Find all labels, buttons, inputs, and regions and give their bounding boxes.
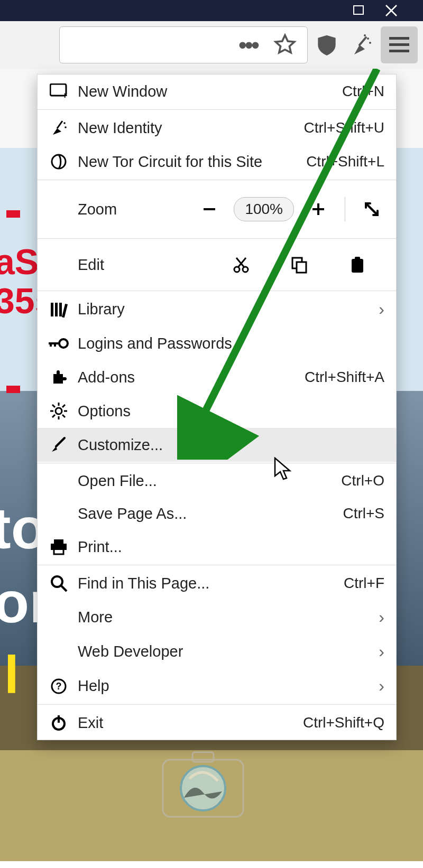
svg-line-35 [62, 415, 65, 417]
menu-label: Web Developer [78, 643, 374, 660]
zoom-out-button[interactable] [195, 194, 224, 224]
svg-point-25 [59, 339, 68, 348]
svg-point-1 [367, 38, 369, 40]
shield-icon[interactable] [311, 29, 343, 61]
fullscreen-button[interactable] [357, 194, 387, 224]
paintbrush-icon [47, 435, 70, 454]
help-icon: ? [47, 677, 70, 696]
svg-rect-4 [389, 37, 409, 40]
paste-button[interactable] [328, 256, 387, 274]
menu-edit-row: Edit [38, 240, 396, 290]
menu-label: Find in This Page... [78, 575, 344, 592]
bookmark-star-icon[interactable] [273, 33, 297, 57]
menu-customize[interactable]: Customize... [38, 428, 396, 462]
menu-print[interactable]: Print... [38, 530, 396, 564]
copy-button[interactable] [270, 256, 328, 274]
svg-point-11 [52, 155, 66, 169]
menu-library[interactable]: Library › [38, 292, 396, 326]
svg-point-10 [65, 126, 67, 128]
menu-exit[interactable]: Exit Ctrl+Shift+Q [38, 706, 396, 740]
menu-open-file[interactable]: Open File... Ctrl+O [38, 464, 396, 497]
chevron-right-icon: › [374, 676, 384, 696]
menu-more[interactable]: More › [38, 600, 396, 634]
svg-line-42 [61, 586, 67, 591]
url-bar[interactable]: ••• [59, 26, 308, 63]
menu-addons[interactable]: Add-ons Ctrl+Shift+A [38, 360, 396, 394]
menu-find-in-page[interactable]: Find in This Page... Ctrl+F [38, 566, 396, 600]
svg-rect-18 [297, 262, 306, 273]
svg-rect-20 [355, 257, 360, 261]
menu-label: More [78, 609, 374, 626]
svg-rect-21 [51, 303, 53, 316]
search-icon [47, 574, 70, 593]
menu-label: Options [78, 403, 384, 420]
menu-save-page-as[interactable]: Save Page As... Ctrl+S [38, 497, 396, 530]
menu-logins-passwords[interactable]: Logins and Passwords [38, 326, 396, 360]
menu-label: Exit [78, 714, 303, 732]
menu-help[interactable]: ? Help › [38, 669, 396, 703]
menu-label: Library [78, 301, 374, 318]
svg-rect-38 [54, 539, 63, 544]
svg-point-41 [52, 576, 62, 587]
svg-rect-14 [317, 203, 319, 215]
hamburger-menu-button[interactable] [381, 26, 418, 63]
edit-label: Edit [78, 256, 212, 274]
svg-line-37 [52, 415, 55, 417]
svg-text:?: ? [56, 681, 62, 692]
svg-rect-22 [55, 303, 58, 316]
new-identity-broom-icon[interactable] [346, 29, 378, 61]
svg-point-9 [63, 122, 66, 124]
menu-label: Help [78, 677, 374, 695]
menu-label: New Window [78, 83, 342, 100]
gear-icon [47, 402, 70, 421]
svg-point-29 [56, 408, 62, 414]
tor-circuit-icon [47, 152, 70, 171]
menu-label: New Tor Circuit for this Site [78, 153, 306, 171]
menu-new-tor-circuit[interactable]: New Tor Circuit for this Site Ctrl+Shift… [38, 145, 396, 179]
svg-rect-23 [59, 303, 62, 316]
svg-point-2 [369, 42, 371, 44]
page-actions-icon[interactable]: ••• [238, 33, 258, 57]
cursor-icon [274, 457, 293, 481]
zoom-value[interactable]: 100% [234, 197, 294, 221]
chevron-right-icon: › [374, 642, 384, 661]
close-button[interactable] [375, 0, 407, 21]
chevron-right-icon: › [374, 608, 384, 627]
key-icon [47, 334, 70, 353]
menu-label: Open File... [78, 472, 341, 490]
svg-rect-24 [62, 303, 68, 317]
menu-shortcut: Ctrl+N [342, 83, 384, 100]
puzzle-icon [47, 368, 70, 387]
svg-rect-28 [54, 342, 56, 347]
svg-rect-46 [58, 715, 60, 723]
menu-label: Logins and Passwords [78, 335, 384, 352]
bg-text-red1: aS [0, 241, 39, 282]
svg-rect-12 [204, 208, 215, 210]
menu-label: Print... [78, 538, 384, 556]
menu-new-identity[interactable]: New Identity Ctrl+Shift+U [38, 111, 396, 145]
printer-icon [47, 537, 70, 556]
chevron-right-icon: › [374, 300, 384, 319]
menu-label: New Identity [78, 119, 304, 137]
menu-shortcut: Ctrl+F [344, 575, 384, 592]
menu-shortcut: Ctrl+Shift+A [305, 369, 384, 386]
hamburger-menu-panel: + New Window Ctrl+N New Identity Ctrl+Sh… [37, 74, 397, 740]
menu-web-developer[interactable]: Web Developer › [38, 634, 396, 669]
menu-options[interactable]: Options [38, 394, 396, 428]
menu-label: Add-ons [78, 369, 305, 386]
library-icon [47, 300, 70, 319]
watermark-icon [161, 750, 245, 819]
menu-shortcut: Ctrl+Shift+Q [303, 714, 384, 731]
maximize-button[interactable] [344, 0, 375, 21]
new-window-icon: + [47, 82, 70, 101]
menu-label: Save Page As... [78, 505, 343, 522]
zoom-in-button[interactable] [304, 194, 333, 224]
cut-button[interactable] [212, 256, 270, 274]
menu-new-window[interactable]: + New Window Ctrl+N [38, 74, 396, 108]
menu-shortcut: Ctrl+Shift+U [304, 119, 385, 136]
menu-label: Customize... [78, 436, 384, 454]
svg-text:+: + [62, 91, 67, 99]
menu-zoom-row: Zoom 100% [38, 181, 396, 237]
titlebar [0, 0, 423, 21]
svg-line-36 [62, 405, 65, 407]
